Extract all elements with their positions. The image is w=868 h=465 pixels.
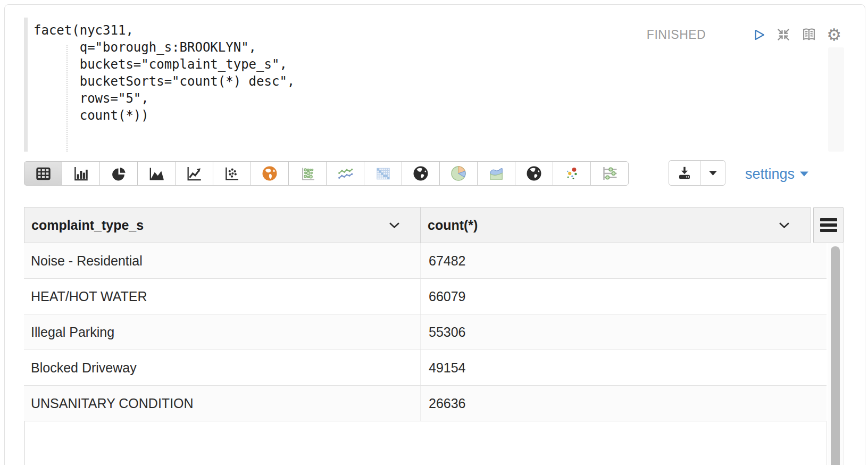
viz-button-pie-chart[interactable] — [99, 161, 138, 186]
viz-button-map-orange-globe[interactable] — [251, 161, 289, 186]
settings-label: settings — [745, 166, 795, 182]
count-cell: 66079 — [421, 279, 827, 314]
complaint-type-cell: Noise - Residential — [24, 243, 421, 278]
viz-button-area-chart[interactable] — [137, 161, 176, 186]
chevron-down-icon[interactable] — [389, 222, 400, 229]
count-cell: 55306 — [421, 314, 827, 350]
viz-button-bar-chart[interactable] — [62, 161, 100, 186]
table-menu-button[interactable] — [813, 207, 844, 243]
viz-button-scatter-color[interactable] — [553, 161, 591, 186]
complaint-type-cell: HEAT/HOT WATER — [24, 279, 421, 314]
table-row[interactable]: HEAT/HOT WATER 66079 — [24, 279, 827, 314]
viz-button-pie-chart-pastel[interactable] — [439, 161, 478, 186]
table-body: Noise - Residential 67482 HEAT/HOT WATER… — [24, 243, 827, 421]
gear-icon[interactable]: ⚙ — [827, 27, 841, 43]
viz-button-bubble-chart[interactable] — [288, 161, 327, 186]
complaint-type-cell: UNSANITARY CONDITION — [24, 386, 421, 421]
viz-toolbar — [24, 161, 629, 186]
code-editor[interactable]: facet(nyc311, q="borough_s:BROOKLYN", bu… — [34, 22, 295, 124]
settings-link[interactable]: settings — [745, 162, 809, 186]
table-empty-area — [24, 421, 827, 465]
settings-caret-icon — [799, 171, 809, 177]
complaint-type-cell: Blocked Driveway — [24, 350, 421, 385]
collapse-icon[interactable] — [775, 27, 791, 43]
table-scrollbar-track[interactable] — [828, 243, 844, 465]
viz-button-line-chart[interactable] — [175, 161, 213, 186]
complaint-type-cell: Illegal Parking — [24, 314, 421, 350]
viz-button-table[interactable] — [24, 161, 62, 186]
viz-button-multi-line-chart[interactable] — [326, 161, 364, 186]
table-row[interactable]: UNSANITARY CONDITION 26636 — [24, 386, 827, 421]
table-scrollbar-thumb[interactable] — [831, 246, 840, 465]
chevron-down-icon[interactable] — [779, 222, 790, 229]
count-cell: 26636 — [421, 386, 827, 421]
hamburger-icon — [820, 218, 837, 221]
run-play-icon[interactable] — [752, 27, 766, 43]
download-button[interactable] — [669, 160, 700, 186]
count-cell: 67482 — [421, 243, 827, 278]
table-row[interactable]: Noise - Residential 67482 — [24, 243, 827, 279]
paragraph-panel: facet(nyc311, q="borough_s:BROOKLYN", bu… — [4, 4, 865, 465]
viz-button-heatmap[interactable] — [364, 161, 402, 186]
paragraph-control-bar: FINISHED ⚙ — [647, 24, 841, 45]
show-editor-book-icon[interactable] — [800, 26, 817, 43]
download-icon — [677, 165, 692, 181]
export-button-group — [669, 160, 725, 186]
table-header: complaint_type_s count(*) — [24, 207, 811, 243]
download-dropdown-button[interactable] — [700, 160, 725, 186]
editor-scrollbar[interactable] — [828, 47, 844, 152]
count-cell: 49154 — [421, 350, 827, 385]
table-row[interactable]: Illegal Parking 55306 — [24, 314, 827, 350]
editor-gutter — [24, 18, 28, 152]
column-header-complaint-type[interactable]: complaint_type_s — [24, 207, 421, 243]
column-header-count[interactable]: count(*) — [420, 207, 811, 243]
table-row[interactable]: Blocked Driveway 49154 — [24, 350, 827, 386]
viz-button-scatter-chart[interactable] — [213, 161, 251, 186]
viz-button-area-chart-pastel[interactable] — [477, 161, 515, 186]
viz-button-parallel-coordinates[interactable] — [590, 161, 629, 186]
caret-down-icon — [708, 170, 717, 176]
status-badge: FINISHED — [647, 28, 706, 42]
viz-button-globe-map-alt[interactable] — [515, 161, 553, 186]
viz-button-globe-map[interactable] — [402, 161, 440, 186]
